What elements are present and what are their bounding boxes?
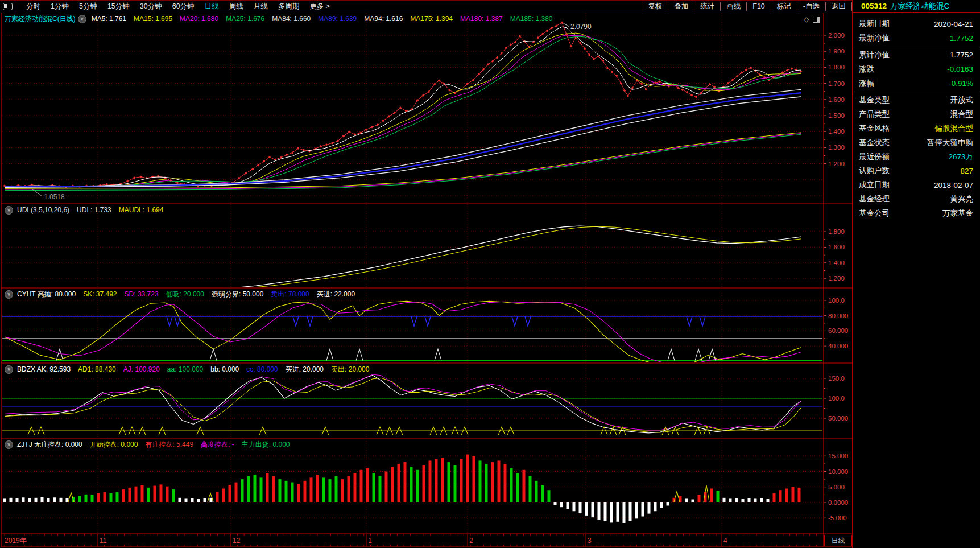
info-row-产品类型: 产品类型混合型 bbox=[853, 108, 980, 122]
tool-item-画线[interactable]: 画线 bbox=[720, 2, 746, 11]
tool-item-返回[interactable]: 返回 bbox=[825, 2, 852, 11]
diamond-icon[interactable]: ◇ bbox=[804, 15, 809, 23]
info-label: 产品类型 bbox=[859, 109, 890, 120]
zjtj-bars bbox=[3, 455, 801, 523]
info-label: 基金类型 bbox=[859, 95, 890, 105]
period-box: 日线 bbox=[824, 535, 852, 546]
info-row-基金经理: 基金经理黄兴亮 bbox=[853, 192, 980, 207]
period-item-分时[interactable]: 分时 bbox=[21, 2, 46, 11]
info-row-基金类型: 基金类型开放式 bbox=[853, 93, 980, 108]
legend-item: 卖出: 78.000 bbox=[271, 290, 309, 298]
legend-item: MA5: 1.761 bbox=[92, 15, 126, 23]
info-value: 2020-04-21 bbox=[934, 20, 973, 28]
legend-item: 高度控盘: - bbox=[201, 440, 234, 448]
svg-text:60.000: 60.000 bbox=[828, 327, 848, 334]
legend-item: MA25: 1.676 bbox=[226, 15, 264, 23]
chart-canvas: 2.0001.9001.8001.7001.6001.5001.4001.300… bbox=[0, 0, 980, 548]
panel-header-main: 万家经济动能混C(日线) ∨ MA5: 1.761MA15: 1.695MA20… bbox=[5, 15, 560, 23]
svg-text:0.0000: 0.0000 bbox=[828, 499, 848, 506]
svg-text:100.0: 100.0 bbox=[828, 297, 845, 304]
zjtj-legend: ZJTJ 无庄控盘: 0.000开始控盘: 0.000有庄控盘: 5.449高度… bbox=[17, 440, 297, 450]
svg-text:1.800: 1.800 bbox=[828, 64, 845, 71]
chevron-down-icon[interactable]: ∨ bbox=[5, 440, 13, 449]
panel-main: 2.0001.9001.8001.7001.6001.5001.4001.300… bbox=[2, 21, 845, 201]
legend-item: MA20: 1.680 bbox=[180, 15, 218, 23]
period-item-15分钟[interactable]: 15分钟 bbox=[102, 2, 135, 11]
legend-item: 低吸: 20.000 bbox=[166, 290, 204, 298]
period-item-30分钟[interactable]: 30分钟 bbox=[135, 2, 167, 11]
top-toolbar: 分时1分钟5分钟15分钟30分钟60分钟日线周线月线多周期更多 > 复权叠加统计… bbox=[0, 0, 852, 13]
panel-layout-icon[interactable] bbox=[813, 17, 820, 23]
axis-month-label: 1 bbox=[368, 537, 372, 545]
series-MA185 bbox=[5, 134, 801, 190]
legend-item: UDL: 1.733 bbox=[77, 206, 111, 214]
fund-name: 万家经济动能混C bbox=[890, 1, 949, 11]
time-axis: 2019年11121234 bbox=[5, 534, 816, 547]
svg-text:40.000: 40.000 bbox=[828, 343, 848, 349]
series-AK bbox=[5, 375, 801, 433]
tool-item--自选[interactable]: -自选 bbox=[797, 2, 825, 11]
info-label: 涨幅 bbox=[859, 79, 874, 89]
axis-year-label: 2019年 bbox=[5, 537, 27, 545]
legend-item: MA175: 1.394 bbox=[410, 15, 453, 23]
legend-item: UDL(3,5,10,20,6) bbox=[17, 206, 69, 214]
tool-item-叠加[interactable]: 叠加 bbox=[668, 2, 694, 11]
legend-item: cc: 80.000 bbox=[246, 365, 278, 373]
tool-menu: 复权叠加统计画线F10标记-自选返回 bbox=[642, 1, 852, 13]
info-label: 基金经理 bbox=[859, 194, 890, 204]
main-ma-legend: MA5: 1.761MA15: 1.695MA20: 1.680MA25: 1.… bbox=[92, 15, 560, 23]
svg-text:1.700: 1.700 bbox=[828, 80, 845, 87]
tool-item-复权[interactable]: 复权 bbox=[642, 2, 668, 11]
series-MA175 bbox=[5, 133, 801, 188]
svg-text:100.0: 100.0 bbox=[828, 395, 845, 402]
cyht-legend: CYHT 高抛: 80.000SK: 37.492SD: 33.723低吸: 2… bbox=[17, 290, 362, 299]
svg-text:1.200: 1.200 bbox=[828, 160, 845, 167]
series-nav bbox=[5, 23, 801, 187]
legend-item: 卖出: 20.000 bbox=[331, 365, 369, 373]
chevron-down-icon[interactable]: ∨ bbox=[5, 206, 13, 215]
info-value: -0.0163 bbox=[947, 65, 973, 73]
series-MAUDL bbox=[5, 226, 801, 289]
period-item-周线[interactable]: 周线 bbox=[224, 2, 249, 11]
tool-item-标记[interactable]: 标记 bbox=[771, 2, 797, 11]
svg-text:1.600: 1.600 bbox=[828, 96, 845, 103]
period-item-日线[interactable]: 日线 bbox=[200, 2, 224, 11]
svg-text:1.400: 1.400 bbox=[828, 128, 845, 135]
info-row-成立日期: 成立日期2018-02-07 bbox=[853, 178, 980, 192]
axis-month-label: 11 bbox=[100, 537, 107, 545]
period-item-60分钟[interactable]: 60分钟 bbox=[167, 2, 200, 11]
axis-month-label: 2 bbox=[469, 537, 473, 545]
svg-text:15.000: 15.000 bbox=[828, 452, 848, 459]
tool-item-统计[interactable]: 统计 bbox=[694, 2, 720, 11]
period-item-更多 >[interactable]: 更多 > bbox=[304, 2, 335, 11]
chevron-down-icon[interactable]: ∨ bbox=[5, 365, 13, 374]
main-chart-title: 万家经济动能混C(日线) bbox=[5, 14, 76, 24]
legend-item: 强弱分界: 50.000 bbox=[212, 290, 263, 298]
svg-text:1.800: 1.800 bbox=[828, 228, 845, 235]
period-item-多周期[interactable]: 多周期 bbox=[273, 2, 305, 11]
month-gridlines bbox=[98, 13, 722, 533]
svg-text:-5.000: -5.000 bbox=[828, 514, 847, 521]
period-item-5分钟[interactable]: 5分钟 bbox=[74, 2, 102, 11]
period-menu: 分时1分钟5分钟15分钟30分钟60分钟日线周线月线多周期更多 > bbox=[21, 2, 335, 11]
panel-udl: 1.8001.6001.4001.200 bbox=[2, 226, 845, 289]
window-icon[interactable] bbox=[3, 3, 13, 10]
legend-item: SK: 37.492 bbox=[83, 290, 117, 298]
svg-text:1.600: 1.600 bbox=[828, 244, 845, 250]
legend-item: ZJTJ 无庄控盘: 0.000 bbox=[17, 440, 82, 448]
info-divider bbox=[854, 47, 979, 47]
chevron-down-icon[interactable]: ∨ bbox=[78, 15, 86, 23]
period-item-1分钟[interactable]: 1分钟 bbox=[46, 2, 74, 11]
info-value: 万家基金 bbox=[942, 208, 973, 219]
tool-item-F10[interactable]: F10 bbox=[746, 2, 771, 11]
series-MA89 bbox=[5, 93, 801, 187]
period-item-月线[interactable]: 月线 bbox=[249, 2, 273, 11]
series-MA84 bbox=[5, 89, 801, 186]
info-label: 涨跌 bbox=[859, 64, 874, 75]
price-annotation: 1.0518 bbox=[44, 193, 65, 201]
chevron-down-icon[interactable]: ∨ bbox=[5, 290, 13, 299]
panel-header-cyht: ∨ CYHT 高抛: 80.000SK: 37.492SD: 33.723低吸:… bbox=[5, 290, 362, 298]
fund-title-cell: 005312 万家经济动能混C bbox=[852, 0, 980, 13]
info-label: 基金风格 bbox=[859, 123, 890, 134]
info-row-涨跌: 涨跌-0.0163 bbox=[853, 62, 980, 76]
